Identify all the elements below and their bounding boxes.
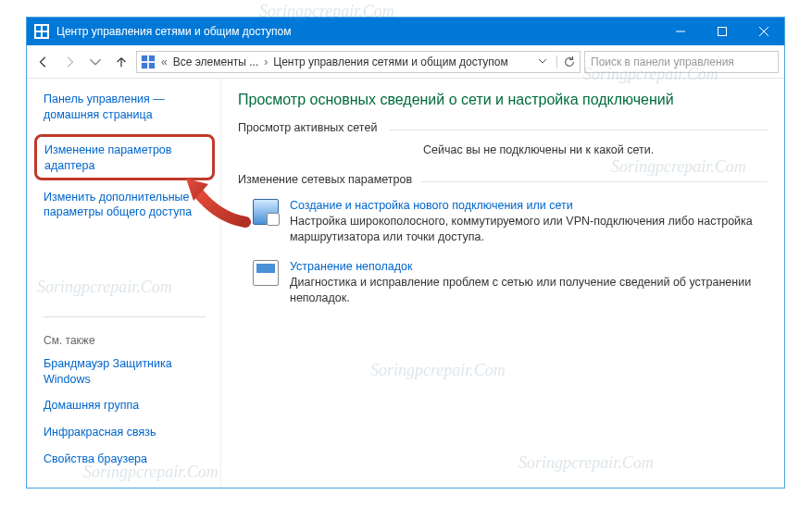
refresh-button[interactable]: [556, 56, 576, 68]
forward-button[interactable]: [58, 51, 81, 73]
sidebar-item-infrared[interactable]: Инфракрасная связь: [44, 425, 206, 440]
window-frame: Центр управления сетями и общим доступом…: [26, 17, 785, 488]
content-area: Панель управления — домашняя страница Из…: [27, 79, 784, 488]
sidebar-item-home[interactable]: Панель управления — домашняя страница: [44, 92, 206, 123]
back-button[interactable]: [32, 51, 55, 73]
sidebar-item-homegroup[interactable]: Домашняя группа: [44, 398, 206, 414]
window-title: Центр управления сетями и общим доступом: [56, 25, 659, 38]
troubleshoot-link[interactable]: Устранение неполадок: [290, 260, 768, 273]
divider: [44, 316, 206, 317]
navbar: « Все элементы ... › Центр управления се…: [27, 45, 784, 79]
titlebar: Центр управления сетями и общим доступом: [27, 18, 784, 45]
search-input[interactable]: [591, 56, 772, 68]
window-buttons: [659, 18, 784, 45]
setup-connection-link[interactable]: Создание и настройка нового подключения …: [290, 199, 768, 212]
sidebar-item-sharing-settings[interactable]: Изменить дополнительные параметры общего…: [44, 190, 206, 221]
sidebar-item-adapter-settings[interactable]: Изменение параметров адаптера: [44, 142, 205, 174]
divider: [390, 130, 768, 130]
search-box[interactable]: [584, 51, 779, 73]
connection-icon: [253, 199, 279, 225]
address-dropdown[interactable]: [536, 56, 549, 68]
recent-dropdown[interactable]: [84, 51, 106, 73]
troubleshoot-icon: [253, 260, 279, 286]
change-settings-label: Изменение сетевых параметров: [238, 173, 412, 186]
sidebar: Панель управления — домашняя страница Из…: [27, 79, 221, 488]
sidebar-item-browser[interactable]: Свойства браузера: [44, 451, 206, 467]
close-button[interactable]: [743, 18, 784, 45]
divider: [421, 181, 768, 182]
maximize-button[interactable]: [701, 18, 743, 45]
troubleshoot-desc: Диагностика и исправление проблем с сеть…: [290, 275, 768, 306]
setup-connection-item: Создание и настройка нового подключения …: [253, 199, 768, 245]
sidebar-item-firewall[interactable]: Брандмауэр Защитника Windows: [44, 356, 206, 388]
control-panel-icon: [141, 55, 156, 69]
svg-rect-1: [718, 28, 726, 36]
setup-connection-desc: Настройка широкополосного, коммутируемог…: [290, 214, 768, 245]
troubleshoot-item: Устранение неполадок Диагностика и испра…: [253, 260, 768, 306]
breadcrumb-item[interactable]: Центр управления сетями и общим доступом: [273, 56, 508, 68]
up-button[interactable]: [110, 51, 132, 73]
annotation-highlight: Изменение параметров адаптера: [34, 134, 215, 180]
address-bar[interactable]: « Все элементы ... › Центр управления се…: [136, 51, 581, 73]
breadcrumb-item[interactable]: Все элементы ...: [173, 56, 259, 68]
active-networks-row: Просмотр активных сетей: [238, 121, 768, 138]
see-also-label: См. также: [44, 334, 206, 347]
active-networks-label: Просмотр активных сетей: [238, 121, 377, 134]
breadcrumb-prefix: «: [159, 56, 169, 68]
app-icon: [34, 24, 49, 39]
page-heading: Просмотр основных сведений о сети и наст…: [238, 92, 768, 108]
minimize-button[interactable]: [659, 18, 701, 45]
active-networks-status: Сейчас вы не подключены ни к какой сети.: [238, 143, 768, 156]
chevron-right-icon: ›: [262, 56, 269, 68]
change-settings-row: Изменение сетевых параметров: [238, 173, 768, 190]
main-panel: Просмотр основных сведений о сети и наст…: [221, 79, 784, 488]
